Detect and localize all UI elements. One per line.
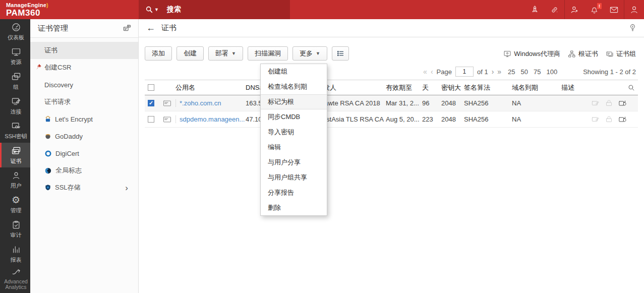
subnav-item-godaddy[interactable]: GoDaddy (30, 128, 138, 145)
select-all-checkbox[interactable] (148, 84, 154, 91)
menu-item-delete[interactable]: 删除 (261, 200, 327, 215)
certificate-sidebar: 证书管理 证书 创建CSR Discovery 证书请求 Let's Encry… (30, 19, 139, 293)
page-size-25[interactable]: 25 (508, 68, 515, 76)
groups-icon (11, 72, 21, 82)
search-scope-caret-icon: ▼ (154, 7, 159, 12)
last-page-icon[interactable]: » (497, 68, 501, 76)
back-arrow-icon[interactable]: ← (146, 23, 155, 33)
menu-item-share-with-user-group[interactable]: 与用户组共享 (261, 170, 327, 185)
certificate-groups-link[interactable]: 证书组 (606, 49, 636, 58)
menu-item-edit[interactable]: 编辑 (261, 140, 327, 155)
column-chooser-button[interactable] (332, 46, 349, 61)
privileged-user-star-icon[interactable] (565, 0, 584, 19)
certificate-link[interactable]: *.zoho.com.cn (180, 99, 221, 107)
push-certificate-icon[interactable] (605, 115, 613, 123)
chevron-right-icon[interactable]: › (125, 184, 128, 192)
chevron-down-icon: ▼ (316, 51, 320, 56)
pin-icon (35, 64, 42, 70)
sidebar-item-connections[interactable]: 连接 (0, 93, 30, 118)
menu-item-import-key[interactable]: 导入密钥 (261, 125, 327, 140)
menu-item-create-group[interactable]: 创建组 (261, 64, 327, 79)
certificate-type-icon (163, 116, 175, 123)
page-size-100[interactable]: 100 (547, 68, 558, 76)
certificate-type-icon (163, 100, 175, 107)
page-size-75[interactable]: 75 (534, 68, 541, 76)
menu-item-share-with-user[interactable]: 与用户分享 (261, 155, 327, 170)
add-button[interactable]: 添加 (145, 46, 172, 61)
edit-certificate-icon[interactable] (592, 115, 600, 124)
sidebar-item-groups[interactable]: 组 (0, 69, 30, 93)
first-page-icon[interactable]: « (423, 68, 427, 76)
ssl-store-shield-icon (44, 184, 51, 191)
col-common-name[interactable]: 公用名 (175, 83, 246, 92)
collapse-panel-icon[interactable] (123, 24, 132, 32)
next-page-icon[interactable]: › (492, 68, 494, 76)
col-valid-till[interactable]: 有效期至 (386, 83, 422, 92)
chevron-down-icon: ▼ (231, 51, 236, 56)
subnav-item-lets-encrypt[interactable]: Let's Encrypt (30, 110, 138, 128)
sidebar-item-ssh-keys[interactable]: SSH密钥 (0, 118, 30, 143)
page-size-50[interactable]: 50 (521, 68, 528, 76)
digicert-icon (44, 150, 52, 157)
mail-icon[interactable] (604, 0, 624, 19)
col-key-size[interactable]: 密钥大 (441, 83, 464, 92)
subnav-item-digicert[interactable]: DigiCert (30, 145, 138, 162)
brand-logo[interactable]: ManageEngine) PAM360 (6, 2, 48, 17)
prev-page-icon[interactable]: ‹ (431, 68, 433, 76)
subnav-item-create-csr[interactable]: 创建CSR (30, 59, 138, 76)
brand-swoosh-icon: ) (46, 2, 48, 8)
subnav-item-certificates[interactable]: 证书 (30, 42, 138, 59)
subnav-item-globalsign[interactable]: 全局标志 (30, 162, 138, 179)
page-size-options: 25 50 75 100 (508, 68, 557, 76)
menu-item-share-report[interactable]: 分享报告 (261, 185, 327, 200)
more-dropdown-button[interactable]: 更多▼ (292, 46, 327, 61)
menu-item-mark-as-root[interactable]: 标记为根 (261, 94, 327, 109)
sidebar-item-advanced-analytics[interactable]: Advanced Analytics (0, 266, 30, 291)
root-certificates-link[interactable]: 根证书 (568, 49, 598, 58)
sidebar-item-resources[interactable]: 资源 (0, 44, 30, 69)
col-description[interactable]: 描述 (561, 83, 592, 92)
subnav-item-discovery[interactable]: Discovery (30, 76, 138, 93)
notifications-bell-icon[interactable]: ! (584, 0, 604, 19)
renew-certificate-icon[interactable] (618, 99, 627, 107)
row-checkbox[interactable] (148, 116, 154, 123)
common-name-cell: *.zoho.com.cn (175, 99, 246, 107)
deploy-dropdown-button[interactable]: 部署▼ (208, 46, 243, 61)
page-of-label: of 1 (477, 68, 488, 76)
tips-lightbulb-icon[interactable] (628, 23, 637, 33)
push-certificate-icon[interactable] (605, 99, 613, 107)
edit-certificate-icon[interactable] (592, 99, 600, 107)
table-row: *.zoho.com.cn 163.5 Thawte RSA CA 2018 M… (145, 95, 638, 111)
user-menu-icon[interactable] (624, 0, 644, 19)
menu-item-sync-cmdb[interactable]: 同步CMDB (261, 109, 327, 125)
sidebar-item-admin[interactable]: ⚙ 管理 (0, 192, 30, 217)
more-dropdown-menu: 创建组 检查域名到期 标记为根 同步CMDB 导入密钥 编辑 与用户分享 与用户… (260, 64, 327, 216)
page-number-input[interactable] (455, 67, 474, 77)
sidebar-item-certificates[interactable]: 证书 (0, 143, 30, 167)
col-days[interactable]: 天 (422, 83, 441, 92)
sidebar-item-users[interactable]: 用户 (0, 167, 30, 192)
sidebar-item-audit[interactable]: 审计 (0, 217, 30, 242)
scan-vulnerability-button[interactable]: 扫描漏洞 (248, 46, 288, 61)
certificate-link[interactable]: sdpdemo.manageen... (180, 115, 245, 123)
top-bar: ManageEngine) PAM360 ▼ 搜索 ! (0, 0, 644, 19)
create-button[interactable]: 创建 (177, 46, 204, 61)
table-search-icon[interactable] (592, 84, 638, 91)
reports-bars-icon (11, 245, 21, 255)
row-checkbox[interactable] (148, 100, 154, 106)
subnav-item-ssl-store[interactable]: SSL存储 › (30, 179, 138, 196)
row-actions (592, 99, 638, 107)
product-name: PAM360 (6, 9, 48, 18)
subnav-item-certificate-requests[interactable]: 证书请求 (30, 93, 138, 110)
renew-certificate-icon[interactable] (618, 115, 627, 124)
global-search[interactable]: ▼ 搜索 (139, 0, 290, 19)
menu-item-check-domain-expiry[interactable]: 检查域名到期 (261, 79, 327, 94)
col-domain-expiry[interactable]: 域名到期 (512, 83, 561, 92)
link-icon[interactable] (545, 0, 564, 19)
key-size-cell: 2048 (441, 99, 464, 107)
launcher-rocket-icon[interactable] (525, 0, 545, 19)
windows-agent-link[interactable]: Windows代理商 (503, 49, 560, 58)
sidebar-item-reports[interactable]: 报表 (0, 242, 30, 266)
col-sign-algo[interactable]: 签名算法 (464, 83, 512, 92)
sidebar-item-dashboard[interactable]: 仪表板 (0, 19, 30, 44)
